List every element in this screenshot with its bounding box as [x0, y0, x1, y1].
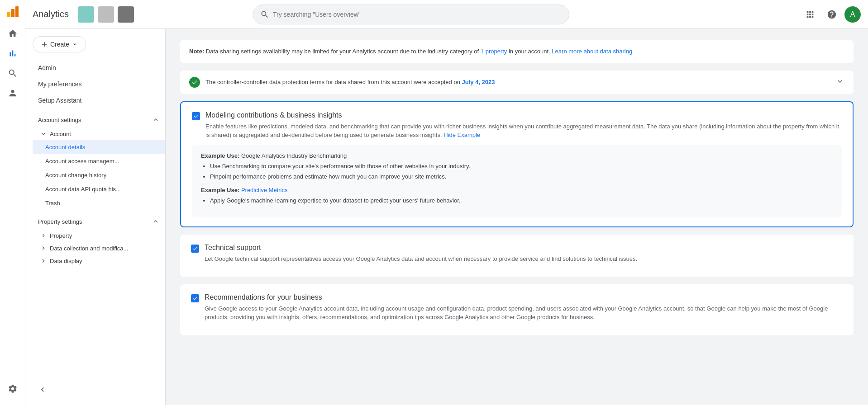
sidebar: Create Admin My preferences Setup Assist… [25, 29, 166, 405]
data-terms-date: July 4, 2023 [462, 79, 495, 85]
search-bar-icon [260, 10, 269, 19]
example2-label: Example Use: Predictive Metrics [201, 187, 833, 193]
data-collection-chevron-right-icon [40, 245, 47, 252]
collapse-icon [38, 385, 47, 394]
recommendations-title: Recommendations for your business [205, 293, 843, 301]
note-bar: Note: Data sharing settings availability… [180, 40, 854, 63]
modeling-checkbox[interactable] [192, 112, 200, 120]
icon-rail [0, 0, 25, 405]
recommendations-desc: Give Google access to your Google Analyt… [205, 304, 843, 322]
sidebar-item-account-api-quota[interactable]: Account data API quota his... [33, 182, 165, 196]
example2-bullets: Apply Google's machine-learning expertis… [210, 196, 833, 205]
account-settings-chevron-up-icon [152, 116, 160, 124]
bar-chart-icon[interactable] [4, 44, 22, 62]
help-button[interactable] [823, 5, 841, 24]
technical-support-title: Technical support [205, 244, 637, 252]
property-chip-gray1[interactable] [98, 6, 114, 23]
example1-bullets: Use Benchmarking to compare your site's … [210, 162, 833, 181]
property-settings-header[interactable]: Property settings [33, 214, 165, 229]
analytics-title: Analytics [33, 9, 69, 19]
modeling-title: Modeling contributions & business insigh… [205, 111, 842, 119]
sidebar-item-account-access[interactable]: Account access managem... [33, 154, 165, 168]
recommendations-card: Recommendations for your business Give G… [180, 284, 854, 335]
sidebar-item-admin[interactable]: Admin [33, 60, 165, 76]
body-area: Create Admin My preferences Setup Assist… [25, 29, 868, 405]
ga-logo [5, 4, 21, 20]
technical-support-checkbox[interactable] [191, 245, 199, 253]
home-icon[interactable] [4, 24, 22, 42]
example-box: Example Use: Google Analytics Industry B… [192, 145, 842, 218]
note-middle-text: in your account. [507, 48, 552, 55]
app-container: Analytics A Create [25, 0, 868, 405]
property-settings-chevron-up-icon [152, 217, 160, 226]
sidebar-item-account-change-history[interactable]: Account change history [33, 168, 165, 182]
account-settings-section: Account settings Account Account details… [33, 112, 165, 210]
main-content: Note: Data sharing settings availability… [166, 29, 868, 405]
property-chip-gray2[interactable] [118, 6, 134, 23]
check-circle-icon [189, 77, 200, 88]
modeling-desc: Enable features like predictions, modele… [205, 122, 842, 140]
account-settings-header[interactable]: Account settings [33, 112, 165, 127]
property-chips [78, 6, 134, 23]
example2-bullet1: Apply Google's machine-learning expertis… [210, 196, 833, 205]
recommendations-checkbox[interactable] [191, 294, 199, 302]
data-terms-text: The controller-controller data protectio… [205, 79, 495, 85]
learn-more-link[interactable]: Learn more about data sharing [552, 48, 632, 55]
top-header: Analytics A [25, 0, 868, 29]
property-link[interactable]: 1 property [481, 48, 507, 55]
example1-bullet1: Use Benchmarking to compare your site's … [210, 162, 833, 171]
apps-grid-button[interactable] [801, 5, 819, 24]
data-terms-row: The controller-controller data protectio… [180, 71, 854, 94]
sidebar-item-trash[interactable]: Trash [33, 196, 165, 210]
recommendations-title-block: Recommendations for your business Give G… [205, 293, 843, 322]
sidebar-item-account-details[interactable]: Account details [33, 140, 165, 154]
account-chevron-down-icon [40, 130, 47, 137]
example1-label: Example Use: Google Analytics Industry B… [201, 152, 833, 159]
create-button[interactable]: Create [33, 36, 86, 52]
property-settings-section: Property settings Property Data collecti… [33, 214, 165, 267]
property-chevron-right-icon [40, 232, 47, 239]
svg-rect-1 [11, 9, 14, 17]
header-actions: A [801, 5, 861, 24]
app-title: Analytics [33, 9, 69, 19]
search-input[interactable] [273, 11, 562, 18]
property-chip-teal[interactable] [78, 6, 94, 23]
modeling-contributions-card: Modeling contributions & business insigh… [180, 101, 854, 228]
person-icon[interactable] [4, 84, 22, 102]
property-group-header[interactable]: Property [33, 229, 165, 242]
settings-icon[interactable] [4, 380, 22, 398]
account-group-header[interactable]: Account [33, 127, 165, 140]
svg-rect-2 [15, 6, 19, 17]
technical-support-title-block: Technical support Let Google technical s… [205, 244, 637, 264]
sidebar-item-my-preferences[interactable]: My preferences [33, 76, 165, 92]
chevron-down-icon [835, 77, 844, 86]
technical-support-desc: Let Google technical support representat… [205, 254, 637, 264]
technical-support-card: Technical support Let Google technical s… [180, 235, 854, 277]
note-prefix: Note: [189, 48, 204, 55]
modeling-title-block: Modeling contributions & business insigh… [205, 111, 842, 140]
modeling-section-header: Modeling contributions & business insigh… [192, 111, 842, 140]
collapse-sidebar-button[interactable] [33, 381, 165, 398]
data-display-group-header[interactable]: Data display [33, 254, 165, 267]
example1-bullet2: Pinpoint performance problems and estima… [210, 172, 833, 181]
data-terms-expand-button[interactable] [835, 77, 844, 87]
technical-support-header: Technical support Let Google technical s… [191, 244, 843, 264]
sidebar-item-setup-assistant[interactable]: Setup Assistant [33, 92, 165, 108]
svg-rect-0 [7, 12, 10, 17]
avatar[interactable]: A [844, 6, 861, 23]
predictive-metrics-link[interactable]: Predictive Metrics [241, 187, 288, 193]
note-text: Data sharing settings availability may b… [204, 48, 481, 55]
data-display-chevron-right-icon [40, 257, 47, 264]
search-icon[interactable] [4, 64, 22, 82]
hide-example-link[interactable]: Hide Example [444, 132, 480, 138]
data-collection-group-header[interactable]: Data collection and modifica... [33, 242, 165, 254]
recommendations-header: Recommendations for your business Give G… [191, 293, 843, 322]
search-bar [253, 5, 569, 24]
